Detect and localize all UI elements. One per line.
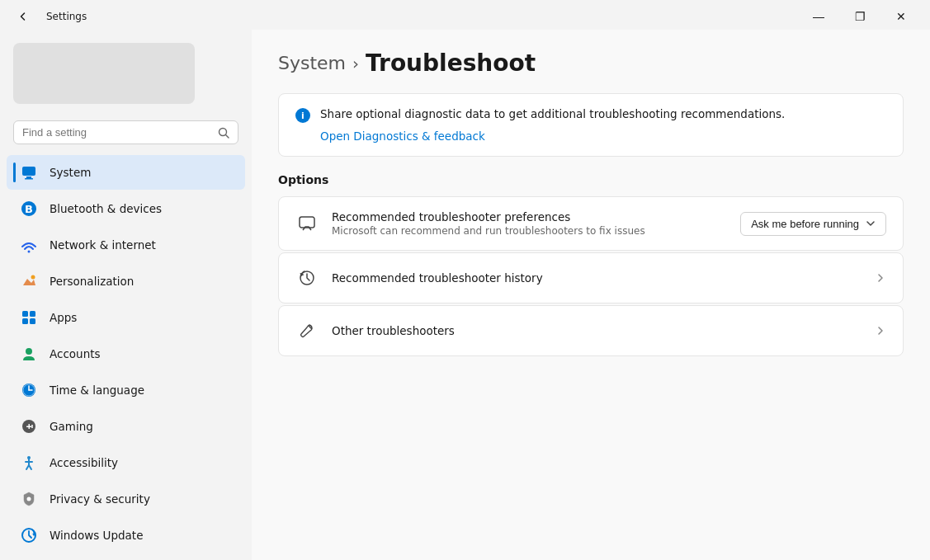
svg-point-8 [31, 275, 35, 280]
chevron-down-icon [866, 219, 876, 228]
svg-point-22 [31, 426, 33, 428]
option-subtitle-recommended-prefs: Microsoft can recommend and run troubles… [332, 225, 727, 237]
breadcrumb-separator: › [352, 54, 359, 73]
sidebar-item-gaming[interactable]: Gaming [7, 409, 245, 444]
sidebar-item-accessibility[interactable]: Accessibility [7, 445, 245, 480]
sidebar-label-accessibility: Accessibility [50, 456, 118, 469]
sidebar-label-privacy: Privacy & security [50, 492, 150, 506]
sidebar: System B Bluetooth & devices Network & i… [0, 30, 252, 560]
accessibility-icon [20, 454, 38, 472]
option-text-history: Recommended troubleshooter history [332, 271, 862, 285]
svg-rect-20 [29, 424, 31, 429]
time-icon [20, 381, 38, 399]
dropdown-value: Ask me before running [751, 218, 859, 230]
svg-rect-10 [30, 311, 35, 317]
sidebar-label-time: Time & language [50, 384, 144, 397]
back-button[interactable] [10, 3, 36, 30]
chat-bubble-icon [295, 212, 319, 235]
svg-point-7 [28, 251, 31, 253]
svg-text:B: B [25, 203, 33, 215]
sidebar-label-bluetooth: Bluetooth & devices [50, 202, 162, 215]
option-other-troubleshooters[interactable]: Other troubleshooters [278, 305, 904, 356]
chevron-right-icon [875, 272, 886, 284]
info-icon: i [295, 108, 310, 123]
option-title-history: Recommended troubleshooter history [332, 271, 862, 285]
history-icon [295, 266, 319, 289]
svg-point-28 [27, 497, 31, 501]
window-controls: — ❐ ✕ [800, 3, 920, 30]
sidebar-item-time[interactable]: Time & language [7, 373, 245, 407]
app-layout: System B Bluetooth & devices Network & i… [0, 30, 930, 560]
svg-line-1 [226, 134, 229, 138]
sidebar-item-windows-update[interactable]: Windows Update [7, 518, 245, 553]
sidebar-label-personalization: Personalization [50, 275, 134, 288]
system-icon [20, 163, 38, 181]
option-control-history [875, 272, 886, 284]
sidebar-item-personalization[interactable]: Personalization [7, 264, 245, 299]
bluetooth-icon: B [20, 200, 38, 218]
minimize-button[interactable]: — [800, 3, 838, 30]
option-title-recommended-prefs: Recommended troubleshooter preferences [332, 210, 727, 224]
wrench-icon [295, 319, 319, 342]
svg-rect-9 [22, 311, 28, 317]
option-text-recommended-prefs: Recommended troubleshooter preferences M… [332, 210, 727, 237]
user-avatar [13, 43, 195, 104]
sidebar-item-privacy[interactable]: Privacy & security [7, 482, 245, 516]
options-title: Options [278, 173, 904, 186]
sidebar-label-windows-update: Windows Update [50, 529, 143, 542]
search-input[interactable] [22, 126, 211, 139]
option-recommended-prefs[interactable]: Recommended troubleshooter preferences M… [278, 196, 904, 251]
gaming-icon [20, 417, 38, 435]
sidebar-item-bluetooth[interactable]: B Bluetooth & devices [7, 191, 245, 226]
svg-rect-3 [26, 176, 31, 178]
windows-update-icon [20, 526, 38, 544]
sidebar-label-system: System [50, 166, 91, 179]
info-banner-text: Share optional diagnostic data to get ad… [320, 107, 785, 120]
info-banner: i Share optional diagnostic data to get … [278, 93, 904, 157]
sidebar-item-accounts[interactable]: Accounts [7, 336, 245, 371]
option-recommended-history[interactable]: Recommended troubleshooter history [278, 252, 904, 304]
close-button[interactable]: ✕ [882, 3, 920, 30]
titlebar-left: Settings [10, 3, 87, 30]
options-section: Options Recommended troubleshooter prefe… [278, 173, 904, 356]
sidebar-item-network[interactable]: Network & internet [7, 228, 245, 262]
restore-button[interactable]: ❐ [841, 3, 879, 30]
option-title-other: Other troubleshooters [332, 324, 862, 337]
titlebar: Settings — ❐ ✕ [0, 0, 930, 30]
info-banner-row: i Share optional diagnostic data to get … [295, 107, 886, 123]
sidebar-label-network: Network & internet [50, 238, 156, 252]
svg-point-13 [26, 348, 32, 355]
main-content: System › Troubleshoot i Share optional d… [252, 30, 930, 560]
troubleshooter-pref-dropdown[interactable]: Ask me before running [740, 212, 886, 236]
option-control-other [875, 325, 886, 336]
network-icon [20, 236, 38, 254]
option-control-dropdown: Ask me before running [740, 212, 886, 236]
breadcrumb-parent[interactable]: System [278, 53, 346, 73]
option-text-other: Other troubleshooters [332, 324, 862, 337]
svg-line-27 [29, 465, 31, 469]
svg-rect-11 [22, 318, 28, 324]
privacy-icon [20, 490, 38, 508]
apps-icon [20, 308, 38, 327]
svg-rect-12 [30, 318, 35, 324]
accounts-icon [20, 345, 38, 363]
search-box[interactable] [13, 120, 238, 144]
personalization-icon [20, 272, 38, 290]
app-title: Settings [46, 11, 87, 22]
diagnostics-feedback-link[interactable]: Open Diagnostics & feedback [320, 129, 886, 143]
page-title: Troubleshoot [366, 49, 536, 77]
sidebar-label-gaming: Gaming [50, 420, 93, 433]
svg-rect-2 [22, 167, 35, 176]
sidebar-item-system[interactable]: System [7, 155, 245, 190]
svg-rect-4 [25, 178, 33, 180]
search-icon [218, 127, 229, 139]
sidebar-label-accounts: Accounts [50, 347, 101, 360]
chevron-right-icon-2 [875, 325, 886, 336]
sidebar-label-apps: Apps [50, 311, 77, 324]
breadcrumb: System › Troubleshoot [278, 49, 904, 77]
svg-point-21 [31, 425, 33, 426]
svg-rect-30 [300, 217, 314, 228]
options-list: Recommended troubleshooter preferences M… [278, 196, 904, 356]
sidebar-item-apps[interactable]: Apps [7, 300, 245, 335]
